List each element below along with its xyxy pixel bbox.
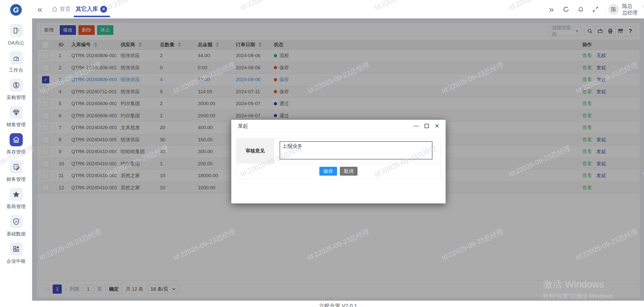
svg-text:?: ?: [15, 165, 17, 168]
topbar-divider: [605, 4, 606, 15]
sidebar-item-label: 销售管理: [0, 122, 32, 128]
dashboard-icon: [12, 54, 20, 62]
house-icon: [12, 136, 20, 144]
sidebar-item-3[interactable]: 采购管理: [0, 79, 32, 101]
app-version-footer: 六蚁仓管 V2.0.1: [32, 302, 644, 307]
save-button[interactable]: 保存: [319, 167, 337, 176]
shield-check-icon: [12, 218, 20, 225]
home-icon: [52, 6, 57, 12]
user-name-role[interactable]: 陈总 总经理: [622, 3, 637, 16]
sidebar-item-label: 企业中枢: [0, 258, 32, 265]
fullscreen-icon[interactable]: [588, 6, 603, 12]
topbar: « 首页 其它入库 ✕ » 陈 陈总 总经理: [32, 0, 644, 18]
dollar-icon: [12, 81, 20, 89]
sidebar-item-label: 客商管理: [0, 203, 32, 210]
sidebar-item-5[interactable]: 库存管理: [0, 133, 32, 155]
active-tab-underline: [74, 16, 110, 17]
sidebar-item-label: 工作台: [0, 67, 32, 74]
initiate-dialog: 发起 — × 审核意见 上报业务 保存 取消: [231, 120, 446, 203]
blocks-icon: [12, 245, 20, 253]
tab-close-icon[interactable]: ✕: [100, 6, 107, 13]
avatar[interactable]: 陈: [608, 4, 619, 15]
sidebar-item-label: 采购管理: [0, 94, 32, 101]
maximize-icon[interactable]: [424, 123, 430, 129]
close-icon[interactable]: ×: [434, 123, 440, 129]
doc-edit-icon: ?: [12, 163, 20, 171]
opinion-field-label: 审核意见: [237, 138, 274, 163]
sidebar-item-label: 库存管理: [0, 149, 32, 155]
sidebar-item-label: OA办公: [0, 40, 32, 46]
sidebar-item-2[interactable]: 工作台: [0, 51, 32, 74]
dialog-form: 审核意见 上报业务 保存 取消: [236, 138, 441, 179]
gem-icon: [12, 109, 20, 116]
sidebar-item-label: 基础数据: [0, 231, 32, 237]
tab-home-label: 首页: [60, 5, 71, 13]
sidebar-item-label: 财务管理: [0, 176, 32, 183]
sidebar-item-8[interactable]: 基础数据: [0, 215, 32, 237]
sidebar-item-6[interactable]: ?财务管理: [0, 160, 32, 183]
tab-home[interactable]: 首页: [52, 0, 71, 18]
expand-tabs-icon[interactable]: »: [544, 4, 559, 14]
cancel-button[interactable]: 取消: [340, 167, 358, 176]
app-logo-icon[interactable]: G: [10, 4, 22, 16]
user-role: 总经理: [622, 9, 637, 16]
refresh-icon[interactable]: [559, 6, 573, 13]
user-name: 陈总: [622, 3, 637, 9]
notification-bell-icon[interactable]: [573, 6, 588, 13]
dialog-title: 发起: [238, 123, 248, 129]
star-icon: [12, 191, 20, 198]
sidebar-item-9[interactable]: 企业中枢: [0, 242, 32, 265]
sidebar-item-7[interactable]: 客商管理: [0, 188, 32, 210]
tab-other-inbound[interactable]: 其它入库 ✕: [76, 0, 107, 18]
sidebar: G OA办公工作台采购管理销售管理库存管理?财务管理客商管理基础数据企业中枢: [0, 0, 32, 307]
opinion-textarea[interactable]: 上报业务: [280, 141, 432, 159]
sidebar-item-1[interactable]: OA办公: [0, 24, 32, 46]
minimize-icon[interactable]: —: [413, 123, 419, 129]
tab-active-label: 其它入库: [76, 5, 98, 13]
dialog-titlebar[interactable]: 发起 — ×: [231, 120, 446, 132]
office-icon: [12, 27, 20, 34]
sidebar-item-4[interactable]: 销售管理: [0, 106, 32, 128]
sidebar-collapse-icon[interactable]: «: [37, 4, 42, 14]
